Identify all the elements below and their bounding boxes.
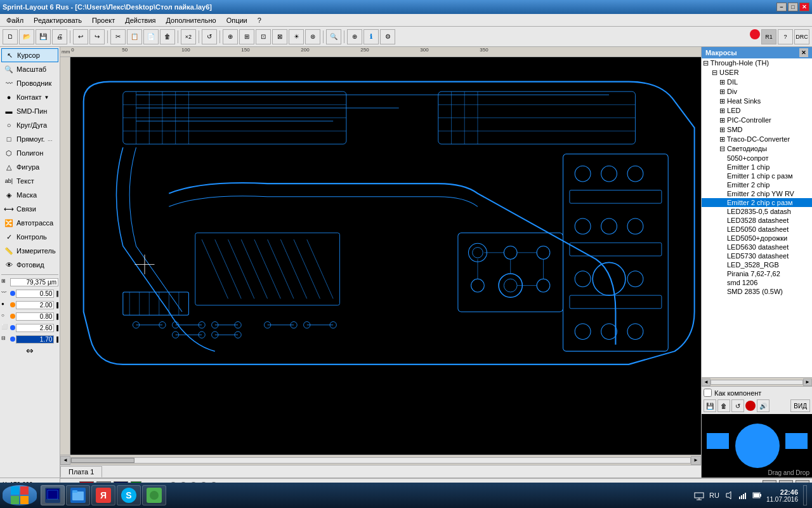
tree-led-rgb[interactable]: LED_3528_RGB xyxy=(702,260,812,269)
taskbar-yandex[interactable]: Я xyxy=(91,485,115,505)
tool-circle[interactable]: ○ Круг/Дуга xyxy=(1,118,58,132)
tree-emitter1[interactable]: Emitter 1 chip xyxy=(702,163,812,171)
tool1[interactable]: ⊕ xyxy=(223,29,238,44)
rotate-button[interactable]: ↺ xyxy=(202,29,217,44)
tree-scroll-right[interactable]: ► xyxy=(803,378,812,386)
delete-button[interactable]: 🗑 xyxy=(160,29,175,44)
tool5[interactable]: ☀ xyxy=(289,29,304,44)
tree-led5050[interactable]: LED5050 datasheet xyxy=(702,225,812,234)
tree-pirania[interactable]: Pirania 7,62-7,62 xyxy=(702,269,812,278)
tree-through-hole[interactable]: ⊟ Through-Hole (TH) xyxy=(702,58,812,68)
redo-button[interactable]: ↪ xyxy=(89,29,105,44)
tool-connects[interactable]: ⟷ Связи xyxy=(1,202,58,216)
save-button[interactable]: 💾 xyxy=(36,29,51,44)
tool-zoom[interactable]: 🔍 Масштаб xyxy=(1,62,58,76)
new-button[interactable]: 🗋 xyxy=(3,29,18,44)
tree-smd[interactable]: ⊞ SMD xyxy=(702,125,812,135)
horizontal-scrollbar[interactable]: ◄ ► xyxy=(60,455,701,465)
macro-delete-btn[interactable]: 🗑 xyxy=(717,399,730,412)
info-button[interactable]: ℹ xyxy=(363,29,379,44)
macros-tree-scrollbar[interactable]: ◄ ► xyxy=(702,377,812,386)
tree-led5630[interactable]: LED5630 datasheet xyxy=(702,243,812,251)
scroll-track[interactable] xyxy=(70,457,691,464)
maximize-button[interactable]: □ xyxy=(788,3,798,11)
close-button[interactable]: ✕ xyxy=(799,3,809,11)
r2-button[interactable]: ? xyxy=(778,29,793,44)
print-button[interactable]: 🖨 xyxy=(52,29,67,44)
tool-figure[interactable]: △ Фигура xyxy=(1,160,58,174)
scroll-right-button[interactable]: ► xyxy=(691,456,701,465)
tree-emitter2-yw[interactable]: Emitter 2 chip YW RV xyxy=(702,189,812,198)
component-checkbox[interactable]: Как компонент xyxy=(704,389,810,397)
macros-close-button[interactable]: ✕ xyxy=(799,48,808,57)
tree-5050[interactable]: 5050+сопрот xyxy=(702,154,812,163)
tool3[interactable]: ⊡ xyxy=(256,29,271,44)
cut-button[interactable]: ✂ xyxy=(110,29,126,44)
tool-control[interactable]: ✓ Контроль xyxy=(1,230,58,244)
component-check-input[interactable] xyxy=(704,389,712,397)
tool-rect[interactable]: □ Прямоуг. … xyxy=(1,132,58,146)
taskbar-skype[interactable]: S xyxy=(117,485,141,505)
tab-plate-1[interactable]: Плата 1 xyxy=(60,466,102,478)
tree-smd1206[interactable]: smd 1206 xyxy=(702,278,812,287)
tool-smd[interactable]: ▬ SMD-Пин xyxy=(1,104,58,118)
menu-item-?[interactable]: ? xyxy=(252,15,266,25)
minimize-button[interactable]: − xyxy=(776,3,787,11)
pcb-canvas[interactable] xyxy=(70,57,701,455)
menu-item-проект[interactable]: Проект xyxy=(87,15,120,25)
macro-color-btn[interactable] xyxy=(745,401,756,411)
tree-emitter1-razm[interactable]: Emitter 1 chip с разм xyxy=(702,171,812,180)
tool-mask[interactable]: ◈ Маска xyxy=(1,188,58,202)
macro-save-btn[interactable]: 💾 xyxy=(704,399,716,412)
tool-text[interactable]: ab| Текст xyxy=(1,174,58,188)
tree-scroll-track[interactable] xyxy=(710,380,803,385)
tool-cursor[interactable]: ↖ Курсор xyxy=(1,48,58,62)
tool2[interactable]: ⊞ xyxy=(239,29,254,44)
undo-button[interactable]: ↩ xyxy=(73,29,88,44)
menu-item-действия[interactable]: Действия xyxy=(120,15,160,25)
zoom-button[interactable]: 🔍 xyxy=(326,29,341,44)
copy-button[interactable]: 📋 xyxy=(127,29,142,44)
tool-polygon[interactable]: ⬡ Полигон xyxy=(1,146,58,160)
tool-measure[interactable]: 📏 Измеритель xyxy=(1,244,58,258)
scroll-left-button[interactable]: ◄ xyxy=(60,456,70,465)
tool4[interactable]: ⊠ xyxy=(272,29,287,44)
settings-button[interactable]: ⚙ xyxy=(380,29,395,44)
macro-sound-btn[interactable]: 🔊 xyxy=(757,399,769,412)
tree-led3528[interactable]: LED3528 datasheet xyxy=(702,216,812,225)
drc-button[interactable]: DRC xyxy=(794,29,809,44)
menu-item-файл[interactable]: Файл xyxy=(1,15,29,25)
taskbar-explorer[interactable] xyxy=(66,485,90,505)
open-button[interactable]: 📂 xyxy=(19,29,34,44)
start-button[interactable] xyxy=(3,485,37,505)
tree-smd2835[interactable]: SMD 2835 (0.5W) xyxy=(702,287,812,296)
tool6[interactable]: ⊛ xyxy=(305,29,320,44)
r1-button[interactable]: R1 xyxy=(761,29,776,44)
taskbar-green-app[interactable] xyxy=(142,485,166,505)
menu-item-опции[interactable]: Опции xyxy=(221,15,252,25)
tree-dil[interactable]: ⊞ DIL xyxy=(702,77,812,87)
tree-emitter2[interactable]: Emitter 2 chip xyxy=(702,180,812,189)
tree-led5730[interactable]: LED5730 datasheet xyxy=(702,251,812,260)
menu-item-редактировать[interactable]: Редактировать xyxy=(29,15,87,25)
tool-photoview[interactable]: 👁 Фотовид xyxy=(1,258,58,272)
tree-traco[interactable]: ⊞ Traco-DC-Converter xyxy=(702,135,812,144)
tree-pic[interactable]: ⊞ PIC-Controller xyxy=(702,116,812,125)
menu-item-дополнительно[interactable]: Дополнительно xyxy=(160,15,221,25)
tool-autoroute[interactable]: 🔀 Автотрасса xyxy=(1,216,58,230)
macro-refresh-btn[interactable]: ↺ xyxy=(731,399,744,412)
paste-button[interactable]: 📄 xyxy=(143,29,159,44)
tool-wire[interactable]: 〰 Проводник xyxy=(1,76,58,90)
taskbar-sprint[interactable] xyxy=(41,485,65,505)
tool-contact[interactable]: ● Контакт ▼ xyxy=(1,90,58,104)
macro-vid-btn[interactable]: ВИД xyxy=(790,399,810,412)
tree-scroll-left[interactable]: ◄ xyxy=(702,378,710,386)
show-desktop-btn[interactable] xyxy=(803,485,807,505)
crosshair-button[interactable]: ⊕ xyxy=(347,29,362,44)
tree-heat-sinks[interactable]: ⊞ Heat Sinks xyxy=(702,97,812,106)
double-button[interactable]: ×2 xyxy=(181,29,196,44)
tree-emitter2-razm[interactable]: Emitter 2 chip с разм xyxy=(702,198,812,207)
scroll-thumb[interactable] xyxy=(71,458,134,463)
tree-led[interactable]: ⊞ LED xyxy=(702,106,812,116)
tree-div[interactable]: ⊞ Div xyxy=(702,87,812,97)
